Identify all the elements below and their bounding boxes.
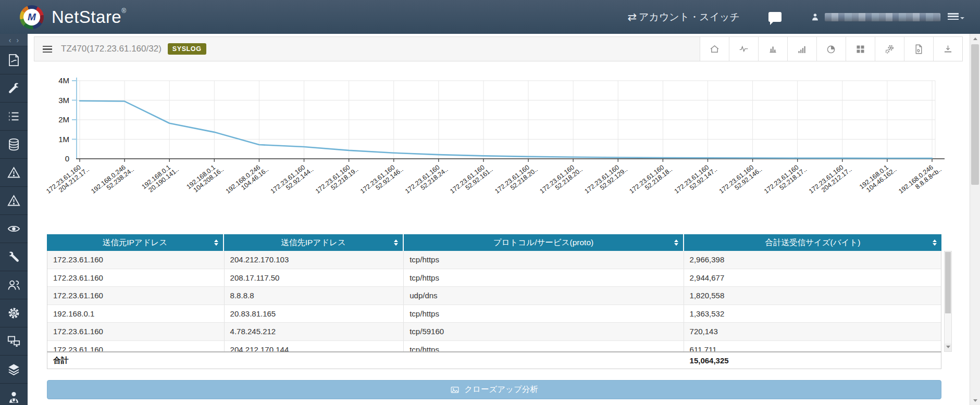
sidebar-item-database[interactable]: [0, 131, 28, 159]
page-scrollbar[interactable]: [970, 34, 980, 405]
activity-icon: [738, 44, 749, 55]
sidebar-item-settings-gear[interactable]: [0, 299, 28, 327]
sidebar-item-users[interactable]: [0, 271, 28, 299]
bar-chart-ascending-icon: [797, 44, 808, 55]
sidebar-item-layers[interactable]: [0, 356, 28, 384]
navbar-menu-button[interactable]: [948, 13, 964, 21]
sidebar-item-wrench[interactable]: [0, 243, 28, 271]
svg-text:172.23.61.16052.218.19..: 172.23.61.16052.218.19..: [314, 160, 360, 200]
list-icon: [7, 109, 21, 123]
top-navbar: M NetStare® ⇄ アカウント・スイッチ: [0, 0, 980, 34]
user-account[interactable]: [810, 11, 940, 22]
toolbar-pdf-export-button[interactable]: [904, 37, 933, 61]
chat-bubble-icon[interactable]: [768, 12, 781, 22]
svg-text:172.23.61.16052.92.147..: 172.23.61.16052.92.147..: [673, 160, 719, 200]
table-cell: 611,711: [684, 341, 941, 352]
column-header-0[interactable]: 送信元IPアドレス: [47, 234, 224, 251]
layers-icon: [7, 362, 21, 376]
sidebar-collapse-toggle[interactable]: ‹ ›: [0, 34, 28, 46]
svg-text:1M: 1M: [58, 135, 69, 144]
sidebar-item-support-doctor[interactable]: [0, 384, 28, 405]
toolbar-activity-button[interactable]: [729, 37, 758, 61]
svg-text:172.23.61.16052.92.144..: 172.23.61.16052.92.144..: [269, 160, 315, 200]
svg-text:3M: 3M: [58, 96, 69, 105]
svg-text:172.23.61.16052.92.129..: 172.23.61.16052.92.129..: [583, 160, 629, 200]
sidebar-item-alert-triangle[interactable]: [0, 159, 28, 187]
table-cell: tcp/https: [404, 269, 684, 287]
table-cell: 2,966,398: [684, 251, 941, 269]
table-scrollbar[interactable]: [944, 251, 952, 352]
sidebar-item-network-devices[interactable]: [0, 327, 28, 356]
users-icon: [7, 278, 21, 292]
bar-chart-icon: [767, 44, 778, 55]
arrow-down-icon: [973, 399, 977, 404]
table-row: 172.23.61.1604.78.245.212tcp/59160720,14…: [47, 323, 941, 341]
toolbar-download-button[interactable]: [933, 37, 962, 61]
table-body: 172.23.61.160204.212.170.103tcp/https2,9…: [47, 251, 941, 351]
sidebar-item-eye-monitor[interactable]: [0, 215, 28, 243]
svg-text:0: 0: [65, 154, 69, 163]
page-scroll-up-button[interactable]: [970, 34, 980, 43]
pdf-export-icon: [913, 44, 924, 55]
toolbar-bar-chart-ascending-button[interactable]: [787, 37, 816, 61]
pie-chart-icon: [826, 44, 837, 55]
sidebar-item-tools-wrench[interactable]: [0, 74, 28, 103]
svg-text:192.168.0.24652.238.24..: 192.168.0.24652.238.24..: [90, 160, 135, 200]
toolbar-pie-chart-button[interactable]: [816, 37, 846, 61]
home-icon: [709, 44, 720, 55]
grid-icon: [855, 44, 866, 55]
page-scrollbar-thumb[interactable]: [971, 44, 979, 185]
table-cell: 1,820,558: [684, 287, 941, 305]
svg-text:172.23.61.16052.92.161..: 172.23.61.16052.92.161..: [449, 160, 494, 200]
table-cell: 172.23.61.160: [47, 287, 225, 305]
eye-monitor-icon: [7, 222, 21, 236]
table-row: 172.23.61.160204.212.170.144tcp/https611…: [47, 341, 941, 352]
toolbar-gears-button[interactable]: [875, 37, 904, 61]
toolbar-bar-chart-button[interactable]: [758, 37, 787, 61]
table-cell: tcp/https: [404, 251, 684, 269]
table-cell: 2,944,677: [684, 269, 941, 287]
table-cell: tcp/59160: [404, 323, 684, 340]
table-scrollbar-thumb[interactable]: [945, 252, 951, 313]
column-header-3[interactable]: 合計送受信サイズ(バイト): [684, 234, 941, 251]
table-cell: 172.23.61.160: [47, 251, 225, 269]
toolbar-grid-button[interactable]: [846, 37, 875, 61]
chevron-right-icon: ›: [17, 36, 19, 44]
brand-name: NetStare®: [52, 7, 127, 27]
table-header-row: 送信元IPアドレス送信先IPアドレスプロトコル/サービス(proto)合計送受信…: [47, 234, 941, 251]
alert-triangle-icon: [7, 166, 21, 180]
sidebar-item-list[interactable]: [0, 103, 28, 131]
closeup-analysis-button[interactable]: クローズアップ分析: [47, 380, 941, 399]
page-scroll-down-button[interactable]: [970, 396, 980, 405]
device-title: TZ470(172.23.61.160/32): [61, 44, 162, 54]
column-label: プロトコル/サービス(proto): [493, 237, 593, 248]
swap-arrows-icon: ⇄: [627, 11, 637, 23]
account-switch-button[interactable]: ⇄ アカウント・スイッチ: [627, 10, 740, 24]
column-header-2[interactable]: プロトコル/サービス(proto): [404, 234, 684, 251]
svg-text:192.168.0.246104.46.16..: 192.168.0.246104.46.16..: [225, 160, 270, 200]
caret-down-icon: [960, 17, 964, 21]
tools-wrench-icon: [7, 81, 21, 95]
table-cell: 172.23.61.160: [47, 269, 225, 287]
flow-table: 送信元IPアドレス送信先IPアドレスプロトコル/サービス(proto)合計送受信…: [47, 234, 941, 369]
sort-arrows-icon: [933, 237, 937, 248]
hamburger-menu-icon: [948, 13, 959, 21]
column-header-1[interactable]: 送信先IPアドレス: [224, 234, 404, 251]
table-scroll-down-button[interactable]: [945, 344, 951, 351]
sidebar-item-alert-triangle-2[interactable]: [0, 187, 28, 215]
logo-monogram: M: [23, 9, 40, 26]
panel-menu-button[interactable]: [43, 46, 52, 53]
chevron-left-icon: ‹: [9, 36, 11, 44]
registered-mark: ®: [121, 7, 126, 15]
netstare-dashboard: M NetStare® ⇄ アカウント・スイッチ ‹ ›: [0, 0, 980, 405]
brand-text: NetStare: [52, 7, 121, 27]
svg-text:172.23.61.160204.212.17..: 172.23.61.160204.212.17..: [808, 160, 853, 200]
svg-text:192.168.0.1104.46.162..: 192.168.0.1104.46.162..: [858, 160, 898, 196]
sort-arrows-icon: [674, 237, 678, 248]
person-icon: [810, 11, 820, 22]
netstare-logo-icon: M: [20, 5, 44, 29]
toolbar-home-button[interactable]: [700, 37, 729, 61]
traffic-line-chart: 01M2M3M4M172.23.61.160204.212.17..192.16…: [39, 64, 956, 229]
sidebar-item-report-document[interactable]: [0, 46, 28, 74]
table-cell: 20.83.81.165: [225, 305, 404, 323]
